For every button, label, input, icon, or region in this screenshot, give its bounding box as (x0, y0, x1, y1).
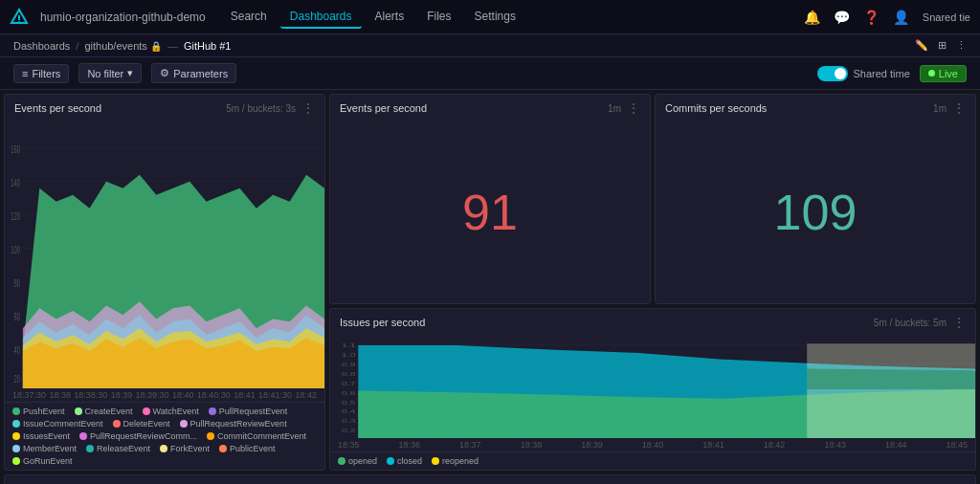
legend-opened-dot (338, 457, 345, 465)
grid-icon[interactable]: ⊞ (938, 39, 947, 52)
issues-x-axis: 18:35 18:36 18:37 18:38 18:39 18:40 18:4… (330, 438, 975, 451)
live-indicator (928, 70, 935, 77)
issues-chart-menu[interactable]: ⋮ (952, 315, 966, 330)
legend-issues-dot (12, 432, 20, 440)
filters-button[interactable]: ≡ Filters (13, 64, 69, 83)
breadcrumb-sep: / (76, 40, 78, 52)
user-menu-icon[interactable]: 👤 (893, 10, 909, 25)
legend-gorun-event: GoRunEvent (12, 456, 73, 466)
org-name[interactable]: humio-organization-github-demo (40, 11, 206, 24)
shared-time-toggle-group: Shared time (817, 66, 910, 81)
shared-time-toggle[interactable] (817, 66, 848, 81)
bell-icon[interactable]: 🔔 (804, 10, 820, 25)
more-icon[interactable]: ⋮ (956, 39, 967, 52)
breadcrumb-repo[interactable]: github/events 🔒 (84, 40, 162, 52)
breadcrumb-actions: ✏️ ⊞ ⋮ (915, 39, 967, 52)
legend-prreviewcomm-event: PullRequestReviewComm... (79, 431, 197, 441)
top-navigation: humio-organization-github-demo Search Da… (0, 0, 980, 34)
issues-chart-title: Issues per second (340, 317, 425, 328)
issues-chart-panel: Issues per second 5m / buckets: 5m ⋮ 1.1… (329, 308, 976, 471)
snared-tie: Snared tie (923, 11, 970, 23)
legend-reopened-dot (432, 457, 439, 465)
svg-text:0.8: 0.8 (342, 370, 356, 377)
commits-stat-panel: Commits per seconds 1m ⋮ 109 (655, 94, 976, 304)
dashboards-link[interactable]: Dashboards (280, 6, 362, 29)
legend-commit-event: CommitCommentEvent (207, 431, 306, 441)
breadcrumb-root[interactable]: Dashboards (13, 40, 70, 52)
breadcrumb-dash-sep: — (167, 40, 178, 52)
events-x-axis: 18:37:30 18:38 18:38:30 18:39 18:39:30 1… (5, 388, 324, 402)
legend-member-dot (12, 445, 20, 452)
legend-opened: opened (338, 456, 377, 466)
legend-fork-dot (160, 445, 167, 452)
users-chart-panel: Unique users per day 7d / buckets: 1d ⋮ … (4, 474, 976, 484)
legend-prrc-dot (79, 432, 87, 440)
issues-chart-svg: 1.1 1.0 0.9 0.8 0.7 0.6 0.5 0.4 0.3 0.2 (330, 336, 975, 438)
toolbar-right: Shared time Live (817, 65, 968, 82)
svg-text:60: 60 (14, 311, 20, 323)
legend-release-dot (86, 445, 94, 452)
lock-icon: 🔒 (150, 41, 162, 52)
search-link[interactable]: Search (221, 6, 277, 29)
legend-delete-event: DeleteEvent (113, 419, 170, 429)
legend-create-event: CreateEvent (75, 407, 133, 416)
no-filter-button[interactable]: No filter ▾ (78, 63, 142, 83)
svg-text:0.2: 0.2 (342, 428, 356, 434)
files-link[interactable]: Files (417, 6, 460, 29)
legend-public-event: PublicEvent (219, 444, 276, 453)
toggle-knob (835, 68, 846, 79)
events-stat-title: Events per second (340, 102, 427, 114)
legend-release-event: ReleaseEvent (86, 444, 150, 453)
events-chart-header: Events per second 5m / buckets: 3s ⋮ (5, 95, 324, 121)
live-button[interactable]: Live (920, 65, 967, 82)
legend-create-dot (75, 407, 82, 415)
commits-stat-menu[interactable]: ⋮ (952, 100, 966, 116)
legend-pullrequest-event: PullRequestEvent (209, 407, 288, 416)
legend-closed-dot (387, 457, 394, 465)
svg-text:0.5: 0.5 (342, 399, 356, 406)
topnav-right: 🔔 💬 ❓ 👤 Snared tie (804, 10, 970, 25)
chat-icon[interactable]: 💬 (834, 10, 850, 25)
svg-text:1.1: 1.1 (342, 342, 356, 349)
chevron-down-icon: ▾ (127, 67, 133, 79)
commits-stat-meta: 1m (933, 103, 947, 114)
settings-link[interactable]: Settings (465, 6, 525, 29)
legend-commit-dot (207, 432, 214, 440)
filter-icon: ≡ (22, 68, 28, 79)
topnav-links: Search Dashboards Alerts Files Settings (221, 6, 525, 29)
svg-text:120: 120 (11, 210, 20, 223)
alerts-link[interactable]: Alerts (366, 6, 414, 29)
legend-watch-dot (143, 407, 150, 415)
breadcrumb-current: GitHub #1 (184, 40, 232, 52)
events-legend: PushEvent CreateEvent WatchEvent PullReq… (5, 402, 324, 470)
svg-text:140: 140 (11, 177, 20, 189)
svg-point-2 (18, 21, 20, 23)
events-chart-area: 160 140 120 100 80 60 40 20 (5, 121, 324, 388)
commits-stat-title: Commits per seconds (665, 102, 767, 114)
gear-icon: ⚙ (160, 67, 169, 79)
events-stat-panel: Events per second 1m ⋮ 91 (329, 94, 651, 304)
legend-watch-event: WatchEvent (143, 407, 199, 416)
commits-stat-value: 109 (656, 121, 975, 303)
svg-marker-41 (807, 369, 975, 389)
events-stat-menu[interactable]: ⋮ (627, 100, 640, 116)
events-chart-title: Events per second (14, 102, 101, 114)
shared-time-label: Shared time (854, 68, 910, 79)
legend-push-event: PushEvent (12, 407, 65, 416)
edit-icon[interactable]: ✏️ (915, 39, 928, 52)
svg-text:40: 40 (14, 344, 20, 357)
parameters-button[interactable]: ⚙ Parameters (151, 63, 236, 83)
help-icon[interactable]: ❓ (863, 10, 880, 25)
legend-issues-event: IssuesEvent (12, 431, 70, 441)
events-chart-menu[interactable]: ⋮ (301, 100, 315, 116)
svg-text:20: 20 (14, 373, 20, 385)
svg-text:0.3: 0.3 (342, 418, 356, 425)
events-stat-header: Events per second 1m ⋮ (330, 95, 650, 121)
humio-logo-icon (10, 8, 29, 27)
legend-pr-dot (209, 407, 216, 415)
legend-reopened: reopened (432, 456, 479, 466)
issues-legend: opened closed reopened (330, 451, 975, 470)
legend-member-event: MemberEvent (12, 444, 77, 453)
issues-chart-meta: 5m / buckets: 5m (874, 318, 947, 328)
svg-text:160: 160 (11, 143, 20, 156)
